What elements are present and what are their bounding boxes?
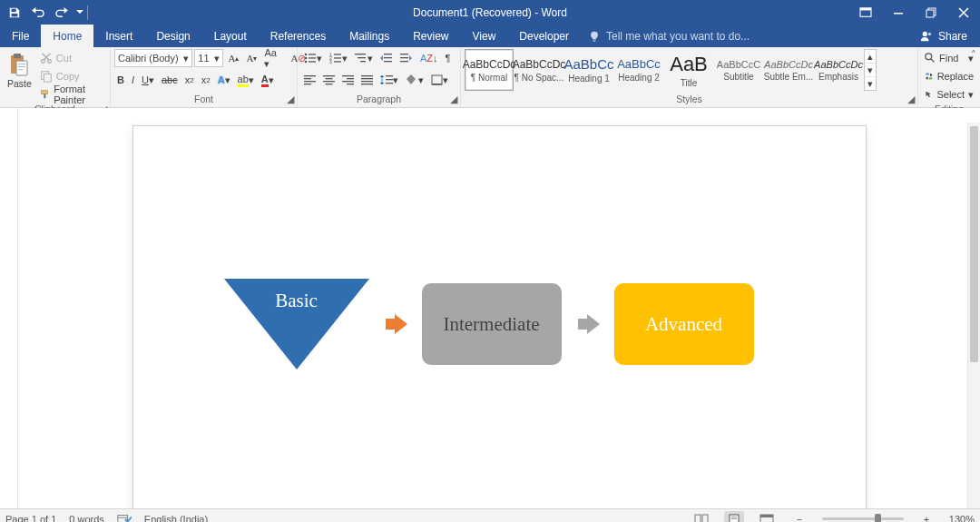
collapse-ribbon-button[interactable]: ˄ <box>971 49 976 61</box>
tab-design[interactable]: Design <box>144 25 201 47</box>
save-button[interactable] <box>4 2 25 24</box>
line-spacing-button[interactable]: ▾ <box>377 71 401 89</box>
shrink-font-button[interactable]: A▾ <box>243 49 260 67</box>
arrow-2[interactable] <box>578 314 598 334</box>
svg-rect-44 <box>304 81 316 82</box>
zoom-out-button[interactable]: − <box>789 511 809 523</box>
tab-insert[interactable]: Insert <box>93 25 144 47</box>
paste-button[interactable]: Paste <box>4 49 35 93</box>
paragraph-launcher[interactable]: ◢ <box>449 94 458 103</box>
svg-rect-35 <box>360 61 366 62</box>
change-case-button[interactable]: Aa ▾ <box>261 49 286 67</box>
increase-indent-button[interactable] <box>397 49 416 67</box>
font-color-button[interactable]: A ▾ <box>259 71 277 89</box>
styles-expand[interactable]: ▾ <box>865 77 876 90</box>
font-family-combo[interactable]: Calibri (Body)▾ <box>114 49 192 67</box>
shading-button[interactable]: ▾ <box>403 71 426 89</box>
page[interactable]: Basic Intermediate Advanced <box>133 126 866 508</box>
font-launcher[interactable]: ◢ <box>286 94 295 103</box>
ribbon-display-options[interactable] <box>849 0 882 25</box>
status-word-count[interactable]: 0 words <box>69 514 104 523</box>
tab-layout[interactable]: Layout <box>202 25 259 47</box>
tell-me-search[interactable]: Tell me what you want to do... <box>581 25 750 47</box>
borders-button[interactable]: ▾ <box>428 71 451 89</box>
bold-button[interactable]: B <box>114 71 127 89</box>
text-effects-button[interactable]: A ▾ <box>215 71 233 89</box>
shape-basic-triangle[interactable]: Basic <box>224 279 369 369</box>
zoom-in-button[interactable]: + <box>916 511 936 523</box>
qat-customize[interactable] <box>74 2 85 24</box>
vertical-scrollbar[interactable] <box>967 123 980 508</box>
redo-button[interactable] <box>51 2 73 24</box>
justify-button[interactable] <box>358 71 376 89</box>
zoom-slider[interactable] <box>822 517 904 520</box>
zoom-slider-thumb[interactable] <box>875 514 881 522</box>
arrow-1[interactable] <box>386 314 406 334</box>
minimize-button[interactable] <box>882 0 915 25</box>
restore-button[interactable] <box>915 0 947 25</box>
underline-button[interactable]: U ▾ <box>139 71 157 89</box>
shape-intermediate-box[interactable]: Intermediate <box>422 283 562 365</box>
style-heading-2[interactable]: AaBbCcHeading 2 <box>614 49 663 91</box>
align-center-button[interactable] <box>320 71 338 89</box>
replace-button[interactable]: Replace <box>922 67 976 85</box>
share-button[interactable]: Share <box>913 25 975 47</box>
copy-button[interactable]: Copy <box>37 67 108 85</box>
styles-scroll[interactable]: ▴ ▾ ▾ <box>864 49 877 91</box>
style-subtle-emphasis[interactable]: AaBbCcDcSubtle Em... <box>764 49 813 91</box>
vertical-ruler[interactable] <box>0 108 18 508</box>
close-button[interactable] <box>947 0 980 25</box>
tab-file[interactable]: File <box>0 25 41 47</box>
tab-home[interactable]: Home <box>41 25 93 47</box>
show-marks-button[interactable]: ¶ <box>443 49 454 67</box>
superscript-button[interactable]: x2 <box>199 71 213 89</box>
styles-launcher[interactable]: ◢ <box>906 94 916 103</box>
undo-button[interactable] <box>27 2 49 24</box>
find-button[interactable]: Find▾ <box>922 49 976 67</box>
sort-button[interactable]: AZ↓ <box>417 49 441 67</box>
document-viewport[interactable]: Basic Intermediate Advanced <box>18 108 980 508</box>
view-web-layout[interactable] <box>757 511 777 523</box>
separator <box>87 5 88 20</box>
view-read-mode[interactable] <box>691 511 711 523</box>
strikethrough-button[interactable]: abc <box>159 71 181 89</box>
status-spellcheck[interactable] <box>117 513 132 523</box>
decrease-indent-button[interactable] <box>377 49 396 67</box>
style-title[interactable]: AaBTitle <box>664 49 713 91</box>
style-heading-1[interactable]: AaBbCcHeading 1 <box>564 49 613 91</box>
align-left-button[interactable] <box>301 71 318 89</box>
font-size-combo[interactable]: 11▾ <box>194 49 223 67</box>
styles-group-label: Styles <box>676 94 702 104</box>
smartart-process[interactable]: Basic Intermediate Advanced <box>224 279 754 369</box>
style-no-spacing[interactable]: AaBbCcDc¶ No Spac... <box>514 49 564 91</box>
subscript-button[interactable]: x2 <box>182 71 197 89</box>
styles-scroll-up[interactable]: ▴ <box>865 50 876 64</box>
styles-gallery[interactable]: AaBbCcDc¶ NormalAaBbCcDc¶ No Spac...AaBb… <box>461 47 917 94</box>
shape-advanced-box[interactable]: Advanced <box>614 283 754 365</box>
styles-scroll-down[interactable]: ▾ <box>865 64 876 77</box>
scissors-icon <box>40 52 53 64</box>
tab-view[interactable]: View <box>461 25 508 47</box>
zoom-level[interactable]: 130% <box>949 514 975 523</box>
align-right-button[interactable] <box>339 71 357 89</box>
style-subtitle[interactable]: AaBbCcCSubtitle <box>714 49 763 91</box>
tab-review[interactable]: Review <box>401 25 460 47</box>
style-normal[interactable]: AaBbCcDc¶ Normal <box>465 49 514 91</box>
cut-button[interactable]: Cut <box>37 49 108 67</box>
scrollbar-thumb[interactable] <box>970 126 978 362</box>
status-language[interactable]: English (India) <box>144 514 208 523</box>
format-painter-button[interactable]: Format Painter <box>37 85 110 103</box>
numbering-button[interactable]: 123▾ <box>327 49 350 67</box>
bullets-button[interactable]: ▾ <box>301 49 325 67</box>
tab-mailings[interactable]: Mailings <box>338 25 401 47</box>
multilevel-list-button[interactable]: ▾ <box>352 49 376 67</box>
italic-button[interactable]: I <box>129 71 137 89</box>
tab-references[interactable]: References <box>259 25 338 47</box>
grow-font-button[interactable]: A▴ <box>225 49 241 67</box>
status-page[interactable]: Page 1 of 1 <box>5 514 56 523</box>
style-emphasis[interactable]: AaBbCcDcEmphasis <box>814 49 863 91</box>
view-print-layout[interactable] <box>724 511 744 523</box>
select-button[interactable]: Select▾ <box>922 85 976 103</box>
highlight-button[interactable]: ab ▾ <box>235 71 257 89</box>
tab-developer[interactable]: Developer <box>507 25 581 47</box>
